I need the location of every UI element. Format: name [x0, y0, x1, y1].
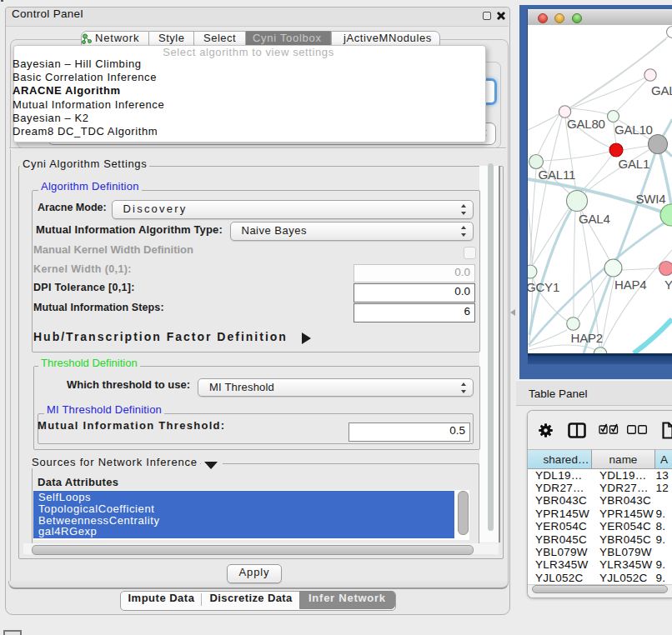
- svg-text:GAL7: GAL7: [651, 83, 672, 98]
- svg-text:HAP2: HAP2: [571, 331, 603, 345]
- svg-text:GAL1: GAL1: [619, 157, 650, 171]
- svg-text:GAL4: GAL4: [579, 212, 610, 226]
- svg-text:GAL10: GAL10: [614, 122, 653, 137]
- svg-text:GAL80: GAL80: [567, 117, 605, 131]
- svg-text:GAL11: GAL11: [539, 168, 576, 182]
- svg-text:SWI4: SWI4: [636, 192, 666, 206]
- svg-text:GCY1: GCY1: [528, 280, 559, 294]
- svg-text:Y: Y: [664, 278, 672, 292]
- svg-text:HAP4: HAP4: [614, 278, 646, 292]
